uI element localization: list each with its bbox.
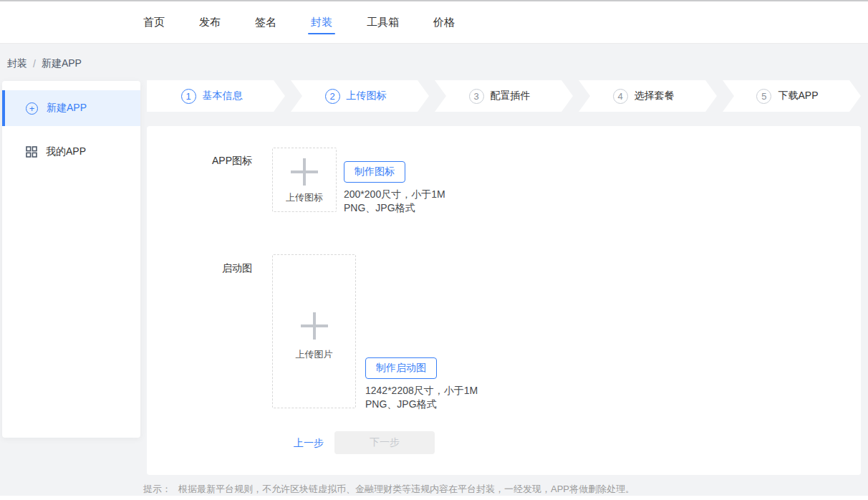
step-number-badge: 2 [325, 89, 340, 104]
icon-format-hint: PNG、JPG格式 [344, 202, 415, 215]
plus-icon [301, 312, 328, 340]
grid-icon [26, 146, 37, 158]
step-label: 上传图标 [347, 90, 387, 102]
sidebar-item-label: 我的APP [46, 145, 86, 158]
step-number-badge: 4 [613, 89, 628, 104]
nav-item-price[interactable]: 价格 [433, 1, 455, 43]
steps-bar: 1 基本信息 2 上传图标 3 配置插件 4 选择套餐 5 下载APP [147, 80, 861, 112]
breadcrumb: 封装 / 新建APP [7, 57, 82, 70]
tip-text: 根据最新平台规则，不允许区块链虚拟币、金融理财类等违规内容在平台封装，一经发现，… [178, 484, 635, 494]
step-number-badge: 5 [756, 89, 771, 104]
make-splash-button[interactable]: 制作启动图 [365, 357, 437, 379]
sidebar-item-label: 新建APP [47, 102, 87, 115]
sidebar: + 新建APP 我的APP [2, 81, 140, 438]
splash-format-hint: PNG、JPG格式 [365, 398, 437, 411]
step-basic-info[interactable]: 1 基本信息 [147, 80, 285, 112]
nav-item-publish[interactable]: 发布 [199, 1, 221, 43]
make-icon-button[interactable]: 制作图标 [344, 161, 405, 183]
step-number-badge: 3 [469, 89, 484, 104]
step-upload-icon[interactable]: 2 上传图标 [291, 80, 429, 112]
top-nav-bar: 首页 发布 签名 封装 工具箱 价格 [0, 0, 868, 44]
breadcrumb-section[interactable]: 封装 [7, 57, 27, 70]
plus-icon [291, 158, 318, 186]
main-nav: 首页 发布 签名 封装 工具箱 价格 [143, 1, 455, 43]
main-panel: APP图标 上传图标 制作图标 200*200尺寸，小于1M PNG、JPG格式… [147, 126, 861, 475]
nav-item-package[interactable]: 封装 [311, 1, 332, 43]
splash-upload-box[interactable]: 上传图片 [272, 254, 356, 408]
nav-item-home[interactable]: 首页 [143, 1, 165, 43]
upload-icon-text: 上传图标 [286, 191, 323, 204]
page: 首页 发布 签名 封装 工具箱 价格 封装 / 新建APP + 新建APP 我的… [0, 0, 868, 500]
sidebar-item-my-app[interactable]: 我的APP [2, 134, 140, 170]
plus-circle-icon: + [26, 102, 38, 115]
step-download-app[interactable]: 5 下载APP [723, 80, 861, 112]
step-label: 基本信息 [203, 90, 243, 102]
app-icon-label: APP图标 [147, 155, 252, 168]
bottom-strip [0, 496, 868, 500]
nav-item-sign[interactable]: 签名 [255, 1, 276, 43]
step-label: 下载APP [778, 90, 818, 102]
sidebar-item-new-app[interactable]: + 新建APP [2, 90, 140, 126]
breadcrumb-current: 新建APP [42, 57, 82, 70]
tip-prefix: 提示： [143, 484, 171, 494]
footer-tip: 提示：根据最新平台规则，不允许区块链虚拟币、金融理财类等违规内容在平台封装，一经… [143, 483, 635, 496]
step-number-badge: 1 [181, 89, 196, 104]
step-label: 配置插件 [491, 90, 531, 102]
splash-size-hint: 1242*2208尺寸，小于1M [365, 385, 478, 398]
breadcrumb-separator: / [33, 58, 36, 69]
upload-splash-text: 上传图片 [273, 348, 355, 361]
splash-label: 启动图 [147, 262, 252, 275]
step-label: 选择套餐 [635, 90, 675, 102]
icon-size-hint: 200*200尺寸，小于1M [344, 188, 445, 201]
step-configure-plugins[interactable]: 3 配置插件 [435, 80, 573, 112]
step-select-plan[interactable]: 4 选择套餐 [579, 80, 717, 112]
next-step-button[interactable]: 下一步 [334, 431, 435, 454]
app-icon-upload-box[interactable]: 上传图标 [272, 148, 337, 212]
previous-step-link[interactable]: 上一步 [294, 437, 324, 450]
nav-item-toolbox[interactable]: 工具箱 [367, 1, 399, 43]
